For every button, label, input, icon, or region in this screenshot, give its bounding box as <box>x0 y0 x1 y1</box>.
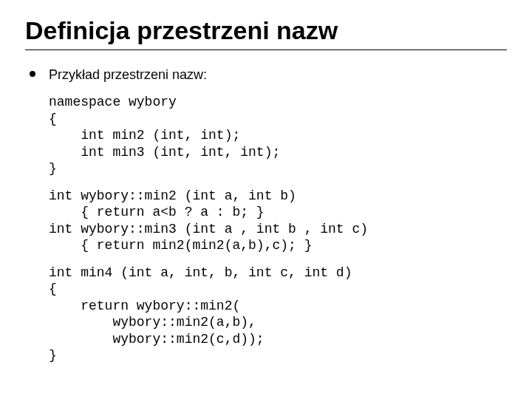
title-underline <box>25 50 507 50</box>
code-block-namespace: namespace wybory { int min2 (int, int); … <box>49 94 507 177</box>
bullet-icon <box>30 71 35 77</box>
slide-title: Definicja przestrzeni nazw <box>25 16 507 45</box>
bullet-item: Przykład przestrzeni nazw: <box>30 66 507 83</box>
code-block-definitions: int wybory::min2 (int a, int b) { return… <box>49 188 507 254</box>
slide-body: Przykład przestrzeni nazw: namespace wyb… <box>25 66 507 364</box>
code-block-min4: int min4 (int a, int, b, int c, int d) {… <box>49 265 507 364</box>
slide: Definicja przestrzeni nazw Przykład prze… <box>0 0 532 399</box>
bullet-text: Przykład przestrzeni nazw: <box>49 66 207 83</box>
